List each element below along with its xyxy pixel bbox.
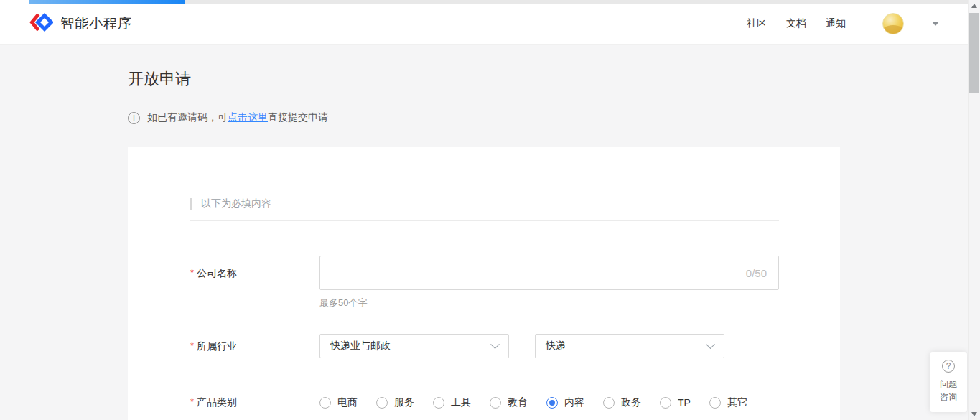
app-logo[interactable]: 智能小程序 — [29, 11, 132, 36]
logo-text: 智能小程序 — [60, 14, 132, 33]
notice-prefix: 如已有邀请码，可 — [147, 111, 228, 123]
company-name-row: *公司名称 0/50 最多50个字 — [190, 256, 840, 309]
company-name-field: 0/50 最多50个字 — [319, 256, 779, 309]
user-avatar[interactable] — [882, 13, 904, 34]
radio-label: 其它 — [727, 396, 747, 409]
radio-icon — [490, 397, 501, 409]
notice-suffix: 直接提交申请 — [268, 111, 328, 123]
notice-text: 如已有邀请码，可点击这里直接提交申请 — [147, 111, 328, 124]
required-section-header: 以下为必填内容 — [190, 197, 840, 210]
industry-secondary-select[interactable]: 快递 — [535, 334, 724, 358]
main-content: 开放申请 i 如已有邀请码，可点击这里直接提交申请 以下为必填内容 *公司名称 … — [0, 45, 980, 420]
industry-row: *所属行业 快递业与邮政 快递 — [190, 334, 840, 358]
company-name-input-wrap: 0/50 — [319, 256, 779, 290]
page-load-progress-bar — [0, 0, 980, 4]
radio-option[interactable]: 内容 — [546, 396, 584, 409]
company-name-label: *公司名称 — [190, 256, 319, 309]
scroll-up-arrow-icon[interactable] — [971, 4, 977, 8]
radio-option[interactable]: 工具 — [433, 396, 471, 409]
company-name-helper: 最多50个字 — [319, 297, 779, 309]
product-category-label-text: 产品类别 — [197, 396, 237, 408]
industry-selects: 快递业与邮政 快递 — [319, 334, 724, 358]
scrollbar-thumb[interactable] — [969, 13, 979, 93]
app-header: 智能小程序 社区 文档 通知 — [0, 4, 980, 45]
application-form-card: 以下为必填内容 *公司名称 0/50 最多50个字 *所属行业 快递业与邮政 — [128, 147, 840, 420]
invite-code-notice: i 如已有邀请码，可点击这里直接提交申请 — [128, 111, 980, 124]
progress-bar-gap — [0, 0, 29, 4]
chevron-down-icon — [706, 340, 715, 349]
radio-icon — [603, 397, 615, 409]
radio-label: 政务 — [621, 396, 641, 409]
section-divider — [190, 220, 779, 221]
radio-label: 服务 — [394, 396, 414, 409]
company-name-input[interactable] — [332, 267, 737, 279]
industry-primary-select[interactable]: 快递业与邮政 — [319, 334, 509, 358]
help-label-line1: 问题 — [930, 378, 967, 391]
page-title: 开放申请 — [128, 68, 980, 90]
radio-label: TP — [678, 397, 691, 409]
industry-label-text: 所属行业 — [197, 340, 237, 352]
nav-item-notifications[interactable]: 通知 — [826, 17, 846, 30]
scrollbar[interactable] — [968, 0, 980, 420]
smart-mini-program-logo-icon — [29, 11, 53, 36]
radio-label: 教育 — [508, 396, 528, 409]
industry-primary-value: 快递业与邮政 — [330, 340, 391, 353]
product-category-row: *产品类别 电商 服务 工具 教育 内容 政务 TP 其它 — [190, 396, 840, 409]
chevron-down-icon — [490, 340, 500, 349]
click-here-link[interactable]: 点击这里 — [228, 111, 268, 123]
radio-icon — [376, 397, 388, 409]
radio-option[interactable]: 其它 — [709, 396, 747, 409]
help-consult-button[interactable]: ? 问题 咨询 — [930, 352, 967, 412]
progress-bar-fill — [29, 0, 185, 4]
industry-secondary-value: 快递 — [546, 340, 566, 353]
radio-icon — [709, 397, 721, 409]
header-nav: 社区 文档 通知 — [747, 13, 939, 34]
radio-label: 工具 — [451, 396, 471, 409]
product-category-options: 电商 服务 工具 教育 内容 政务 TP 其它 — [319, 396, 747, 409]
help-label-line2: 咨询 — [930, 391, 967, 403]
required-asterisk: * — [190, 396, 194, 407]
chevron-down-icon[interactable] — [932, 22, 939, 26]
section-bar — [190, 198, 192, 210]
radio-icon — [546, 397, 558, 409]
radio-option[interactable]: 服务 — [376, 396, 414, 409]
char-counter: 0/50 — [746, 267, 767, 279]
radio-icon — [319, 397, 331, 409]
product-category-label: *产品类别 — [190, 396, 319, 409]
industry-label: *所属行业 — [190, 334, 319, 358]
section-title: 以下为必填内容 — [201, 197, 271, 210]
company-name-label-text: 公司名称 — [197, 267, 237, 279]
radio-option[interactable]: 教育 — [490, 396, 528, 409]
nav-item-community[interactable]: 社区 — [747, 17, 767, 30]
info-icon: i — [128, 112, 140, 124]
radio-option[interactable]: 电商 — [319, 396, 358, 409]
required-asterisk: * — [190, 340, 194, 351]
nav-item-docs[interactable]: 文档 — [786, 17, 806, 30]
radio-icon — [433, 397, 444, 409]
radio-option[interactable]: 政务 — [603, 396, 641, 409]
scroll-down-arrow-icon[interactable] — [971, 412, 977, 416]
radio-option[interactable]: TP — [660, 397, 691, 409]
radio-icon — [660, 397, 671, 409]
required-asterisk: * — [190, 267, 194, 278]
radio-label: 电商 — [337, 396, 358, 409]
radio-label: 内容 — [564, 396, 584, 409]
question-mark-icon: ? — [942, 360, 955, 373]
